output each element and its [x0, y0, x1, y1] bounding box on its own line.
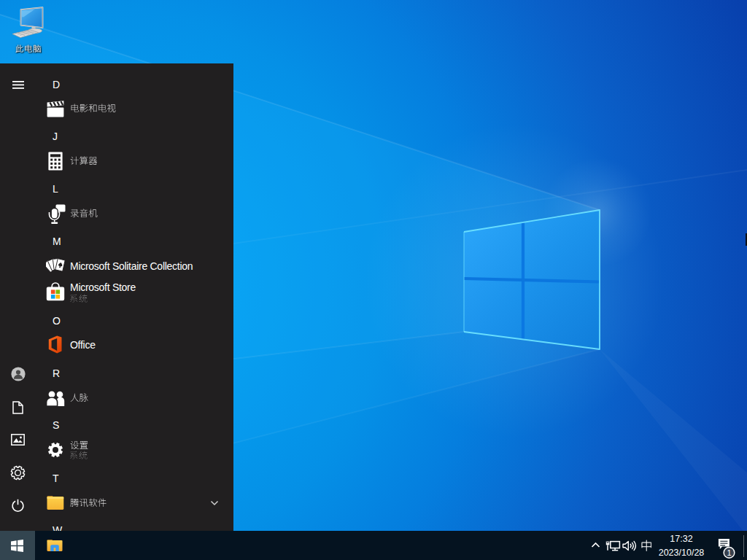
svg-text:1: 1	[727, 548, 731, 556]
